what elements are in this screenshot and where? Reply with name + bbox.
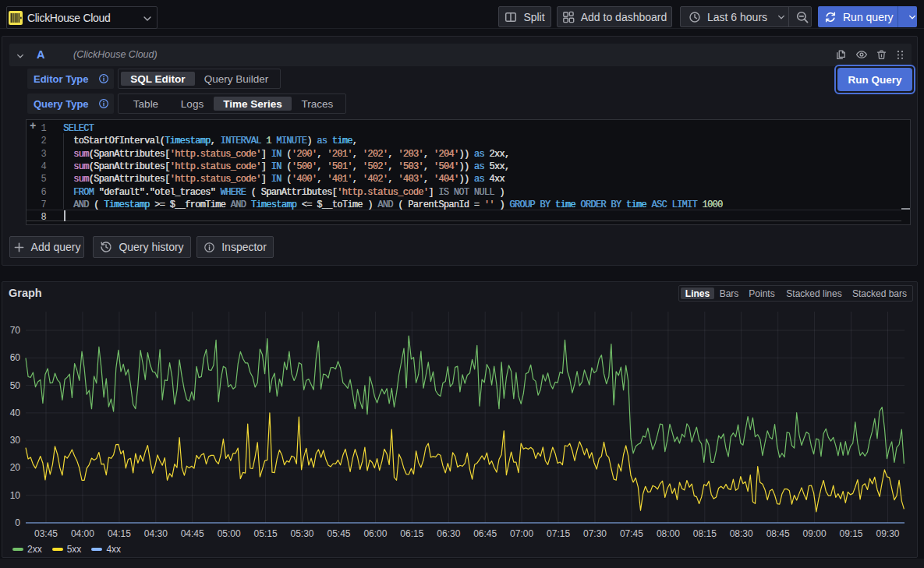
svg-text:06:45: 06:45 (473, 528, 497, 539)
svg-text:06:15: 06:15 (400, 528, 423, 539)
svg-text:04:30: 04:30 (144, 528, 168, 539)
svg-text:04:00: 04:00 (71, 528, 94, 539)
svg-text:04:45: 04:45 (181, 528, 204, 539)
svg-text:06:00: 06:00 (363, 528, 387, 539)
svg-text:05:45: 05:45 (327, 528, 350, 539)
svg-text:07:45: 07:45 (620, 528, 643, 539)
svg-text:20: 20 (10, 462, 21, 473)
svg-text:0: 0 (15, 517, 20, 528)
svg-text:05:30: 05:30 (290, 528, 313, 539)
svg-text:08:00: 08:00 (657, 528, 680, 539)
svg-text:40: 40 (10, 407, 21, 418)
svg-text:50: 50 (10, 380, 21, 391)
svg-text:08:45: 08:45 (766, 528, 790, 539)
svg-text:10: 10 (10, 490, 21, 501)
svg-text:08:15: 08:15 (693, 528, 717, 539)
svg-text:08:30: 08:30 (730, 528, 753, 539)
svg-text:07:00: 07:00 (510, 528, 533, 539)
svg-text:07:30: 07:30 (583, 528, 607, 539)
svg-text:09:00: 09:00 (803, 528, 827, 539)
svg-text:60: 60 (10, 352, 21, 363)
svg-text:07:15: 07:15 (547, 528, 570, 539)
svg-text:05:00: 05:00 (218, 528, 241, 539)
svg-text:09:30: 09:30 (876, 528, 899, 539)
svg-text:04:15: 04:15 (108, 528, 131, 539)
svg-text:09:15: 09:15 (839, 528, 862, 539)
svg-text:70: 70 (10, 325, 21, 336)
svg-text:30: 30 (10, 435, 21, 446)
svg-text:05:15: 05:15 (254, 528, 278, 539)
svg-text:03:45: 03:45 (34, 528, 58, 539)
svg-text:06:30: 06:30 (437, 528, 460, 539)
